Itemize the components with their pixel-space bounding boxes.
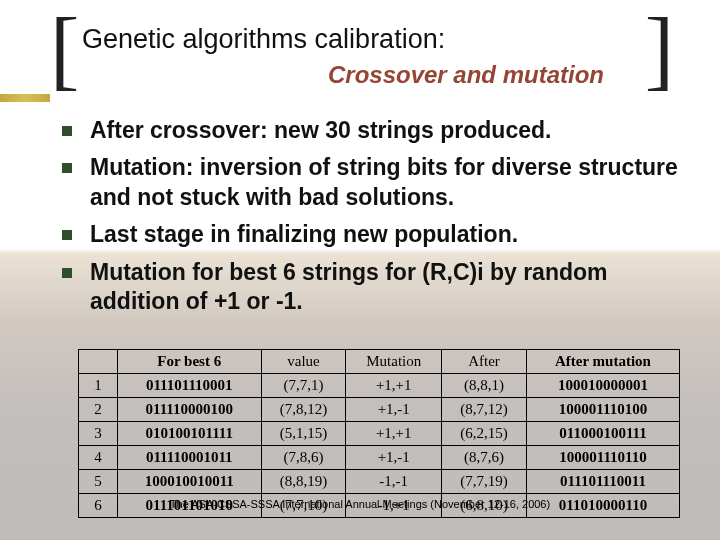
cell-after: (6,2,15) [441, 422, 526, 446]
mutation-table-wrap: For best 6 value Mutation After After mu… [78, 349, 680, 518]
table-row: 4 011110001011 (7,8,6) +1,-1 (8,7,6) 100… [79, 446, 680, 470]
bracket-right-icon: ] [645, 6, 674, 94]
col-best6: For best 6 [118, 350, 262, 374]
cell-string: 011101110001 [118, 374, 262, 398]
table-header-row: For best 6 value Mutation After After mu… [79, 350, 680, 374]
col-after: After [441, 350, 526, 374]
col-blank [79, 350, 118, 374]
bullet-text: Mutation for best 6 strings for (R,C)i b… [90, 259, 608, 314]
mutation-table: For best 6 value Mutation After After mu… [78, 349, 680, 518]
row-index: 5 [79, 470, 118, 494]
slide-subtitle: Crossover and mutation [56, 61, 604, 89]
cell-after-mutation: 011101110011 [526, 470, 679, 494]
row-index: 2 [79, 398, 118, 422]
bullet-item: After crossover: new 30 strings produced… [58, 116, 696, 145]
table-row: 6 011101101010 (7,7,10) -1,+1 (6,8,10) 0… [79, 494, 680, 518]
table-row: 3 010100101111 (5,1,15) +1,+1 (6,2,15) 0… [79, 422, 680, 446]
cell-string: 011110001011 [118, 446, 262, 470]
col-mutation: Mutation [346, 350, 442, 374]
table-row: 5 100010010011 (8,8,19) -1,-1 (7,7,19) 0… [79, 470, 680, 494]
cell-string: 011110000100 [118, 398, 262, 422]
bullet-item: Mutation: inversion of string bits for d… [58, 153, 696, 212]
bullet-item: Mutation for best 6 strings for (R,C)i b… [58, 258, 696, 317]
col-after-mutation: After mutation [526, 350, 679, 374]
bullet-text: After crossover: new 30 strings produced… [90, 117, 551, 143]
cell-after: (7,7,19) [441, 470, 526, 494]
cell-after-mutation: 100001110110 [526, 446, 679, 470]
cell-after-mutation: 011000100111 [526, 422, 679, 446]
cell-string: 100010010011 [118, 470, 262, 494]
cell-after: (8,7,12) [441, 398, 526, 422]
cell-after-mutation: 011010000110 [526, 494, 679, 518]
cell-value: (7,8,6) [261, 446, 346, 470]
cell-mutation: +1,+1 [346, 422, 442, 446]
col-value: value [261, 350, 346, 374]
cell-mutation: +1,-1 [346, 446, 442, 470]
bullet-text: Last stage in finalizing new population. [90, 221, 518, 247]
row-index: 6 [79, 494, 118, 518]
header: [ ] Genetic algorithms calibration: Cros… [56, 24, 672, 89]
table-row: 1 011101110001 (7,7,1) +1,+1 (8,8,1) 100… [79, 374, 680, 398]
table-row: 2 011110000100 (7,8,12) +1,-1 (8,7,12) 1… [79, 398, 680, 422]
bullet-list: After crossover: new 30 strings produced… [58, 116, 696, 317]
cell-after: (6,8,10) [441, 494, 526, 518]
row-index: 3 [79, 422, 118, 446]
slide-title: Genetic algorithms calibration: [82, 24, 672, 55]
row-index: 4 [79, 446, 118, 470]
cell-after-mutation: 100010000001 [526, 374, 679, 398]
gold-accent-bar [0, 94, 50, 102]
cell-value: (5,1,15) [261, 422, 346, 446]
row-index: 1 [79, 374, 118, 398]
cell-value: (7,7,1) [261, 374, 346, 398]
cell-mutation: +1,-1 [346, 398, 442, 422]
cell-string: 011101101010 [118, 494, 262, 518]
cell-value: (7,7,10) [261, 494, 346, 518]
cell-after: (8,7,6) [441, 446, 526, 470]
bullet-text: Mutation: inversion of string bits for d… [90, 154, 678, 209]
bullet-item: Last stage in finalizing new population. [58, 220, 696, 249]
cell-after: (8,8,1) [441, 374, 526, 398]
cell-string: 010100101111 [118, 422, 262, 446]
cell-after-mutation: 100001110100 [526, 398, 679, 422]
slide: [ ] Genetic algorithms calibration: Cros… [0, 0, 720, 540]
cell-mutation: +1,+1 [346, 374, 442, 398]
content-area: After crossover: new 30 strings produced… [58, 116, 696, 325]
cell-value: (8,8,19) [261, 470, 346, 494]
cell-value: (7,8,12) [261, 398, 346, 422]
cell-mutation: -1,-1 [346, 470, 442, 494]
bracket-left-icon: [ [50, 6, 79, 94]
cell-mutation: -1,+1 [346, 494, 442, 518]
